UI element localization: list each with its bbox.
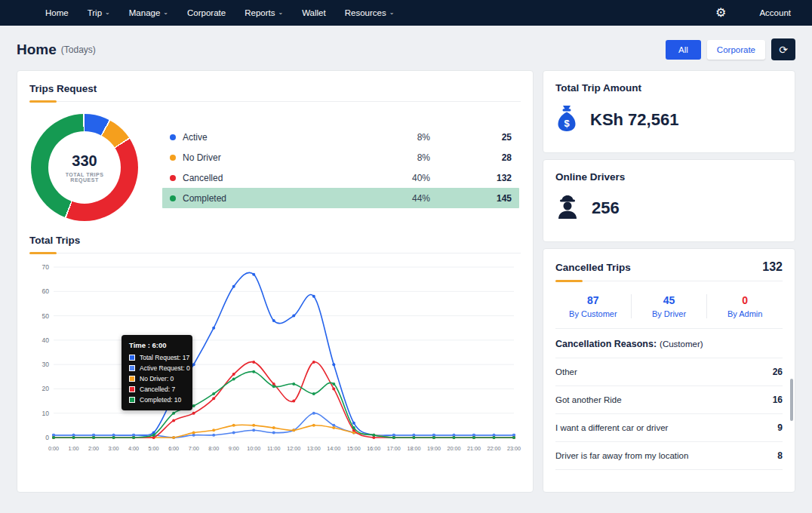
driver-icon — [555, 194, 580, 223]
legend-row-cancelled[interactable]: Cancelled 40% 132 — [162, 167, 519, 188]
nav-item-manage[interactable]: Manage⌄ — [129, 8, 168, 17]
svg-text:40: 40 — [42, 336, 50, 344]
trips-request-card: Trips Request 330 TOTAL TRIPS REQUEST Ac… — [17, 70, 534, 493]
svg-text:21:00: 21:00 — [467, 445, 481, 452]
page-title: Home — [17, 41, 57, 58]
total-trips-line-chart[interactable]: 0102030405060700:001:002:003:004:005:006… — [29, 260, 521, 457]
svg-text:11:00: 11:00 — [267, 445, 280, 452]
legend-row-completed[interactable]: Completed 44% 145 — [162, 188, 519, 208]
donut-total-value: 330 — [72, 152, 97, 170]
tooltip-series-swatch — [129, 376, 135, 382]
legend-row-active[interactable]: Active 8% 25 — [162, 127, 519, 147]
total-trip-amount-title: Total Trip Amount — [555, 82, 783, 94]
stat-by-admin: 0 By Admin — [706, 294, 783, 318]
page-subtitle: (Todays) — [61, 45, 96, 55]
total-trips-chart-area: 0102030405060700:001:002:003:004:005:006… — [29, 260, 521, 457]
legend-row-no-driver[interactable]: No Driver 8% 28 — [162, 147, 519, 167]
tooltip-series-swatch — [129, 365, 135, 371]
svg-text:7:00: 7:00 — [189, 445, 199, 452]
nav-item-trip[interactable]: Trip⌄ — [88, 8, 110, 17]
stat-by-driver: 45 By Driver — [631, 294, 707, 318]
trips-request-donut-chart[interactable]: 330 TOTAL TRIPS REQUEST — [31, 114, 138, 221]
svg-text:60: 60 — [42, 287, 50, 295]
nav-item-corporate[interactable]: Corporate — [187, 8, 226, 17]
refresh-button[interactable]: ⟳ — [771, 38, 795, 60]
cancelled-trips-title: Cancelled Trips — [555, 262, 631, 273]
svg-text:17:00: 17:00 — [387, 445, 401, 452]
trips-request-title: Trips Request — [29, 83, 521, 94]
svg-text:1:00: 1:00 — [69, 445, 79, 452]
tooltip-series-swatch — [129, 355, 135, 361]
svg-text:9:00: 9:00 — [229, 445, 239, 452]
stat-by-customer: 87 By Customer — [555, 294, 631, 318]
svg-text:4:00: 4:00 — [128, 445, 139, 452]
svg-text:19:00: 19:00 — [427, 445, 441, 452]
svg-text:3:00: 3:00 — [109, 445, 119, 452]
cancellation-reasons-title: Cancellation Reasons:(Customer) — [555, 329, 783, 358]
nav-item-wallet[interactable]: Wallet — [302, 8, 326, 17]
chevron-down-icon: ⌄ — [278, 9, 283, 16]
svg-text:$: $ — [564, 118, 570, 129]
svg-text:30: 30 — [42, 361, 50, 368]
chevron-down-icon: ⌄ — [105, 9, 110, 16]
online-drivers-title: Online Drivers — [555, 171, 783, 183]
chevron-down-icon: ⌄ — [163, 9, 168, 16]
cancelled-trips-card: Cancelled Trips 132 87 By Customer 45 By… — [543, 248, 795, 493]
chart-tooltip: Time : 6:00 Total Request: 17 Active Req… — [121, 335, 192, 410]
reason-row-different-car: I want a different car or driver 9 — [555, 414, 783, 442]
legend-dot — [170, 195, 176, 201]
svg-text:20:00: 20:00 — [447, 445, 460, 452]
tooltip-series-swatch — [129, 397, 135, 403]
legend-dot — [170, 134, 176, 140]
cancelled-trips-total: 132 — [762, 260, 783, 274]
filter-corporate-button[interactable]: Corporate — [707, 40, 765, 60]
reason-row-got-another-ride: Got another Ride 16 — [555, 386, 783, 414]
scrollbar-thumb[interactable] — [790, 379, 793, 421]
online-drivers-card: Online Drivers 256 — [543, 159, 795, 242]
tooltip-series-swatch — [129, 386, 135, 392]
money-bag-icon: $ — [555, 105, 578, 135]
legend-dot — [170, 175, 176, 181]
donut-total-label: TOTAL TRIPS REQUEST — [60, 172, 109, 183]
top-navbar: Home Trip⌄ Manage⌄ Corporate Reports⌄ Wa… — [0, 0, 812, 26]
nav-item-home[interactable]: Home — [45, 8, 69, 17]
svg-text:22:00: 22:00 — [487, 445, 500, 452]
section-divider — [29, 101, 521, 103]
svg-text:15:00: 15:00 — [347, 445, 361, 452]
svg-text:20: 20 — [42, 385, 50, 392]
svg-text:5:00: 5:00 — [149, 445, 159, 452]
reason-row-other: Other 26 — [555, 358, 783, 386]
svg-text:23:00: 23:00 — [507, 445, 521, 452]
section-divider — [29, 253, 521, 255]
refresh-icon: ⟳ — [779, 44, 788, 56]
gear-icon[interactable]: ⚙ — [715, 7, 726, 19]
section-divider — [555, 281, 783, 283]
svg-text:12:00: 12:00 — [287, 445, 300, 452]
svg-text:6:00: 6:00 — [168, 445, 179, 452]
svg-text:16:00: 16:00 — [367, 445, 380, 452]
svg-text:2:00: 2:00 — [88, 445, 99, 452]
account-link[interactable]: Account — [759, 8, 791, 17]
svg-text:14:00: 14:00 — [327, 445, 340, 452]
nav-item-reports[interactable]: Reports⌄ — [245, 8, 283, 17]
online-drivers-value: 256 — [592, 198, 620, 218]
svg-text:0:00: 0:00 — [48, 445, 59, 452]
svg-text:10:00: 10:00 — [247, 445, 260, 452]
reason-row-driver-far-away: Driver is far away from my location 8 — [555, 442, 783, 470]
chevron-down-icon: ⌄ — [389, 9, 395, 16]
svg-text:10: 10 — [42, 410, 50, 417]
total-trips-title: Total Trips — [29, 235, 521, 246]
filter-all-button[interactable]: All — [666, 40, 701, 60]
cancelled-trips-stats: 87 By Customer 45 By Driver 0 By Admin — [555, 283, 783, 329]
svg-text:18:00: 18:00 — [407, 445, 420, 452]
page-header: Home (Todays) All Corporate ⟳ — [0, 26, 812, 70]
total-trip-amount-card: Total Trip Amount $ KSh 72,561 — [543, 70, 795, 153]
trips-request-legend: Active 8% 25 No Driver 8% 28 Cancelled 4… — [162, 127, 519, 208]
nav-item-resources[interactable]: Resources⌄ — [345, 8, 395, 17]
svg-text:0: 0 — [45, 434, 49, 441]
svg-text:50: 50 — [42, 312, 50, 320]
total-trip-amount-value: KSh 72,561 — [590, 110, 678, 130]
svg-text:8:00: 8:00 — [208, 445, 219, 452]
tooltip-time: Time : 6:00 — [129, 341, 185, 349]
svg-text:70: 70 — [42, 263, 50, 271]
